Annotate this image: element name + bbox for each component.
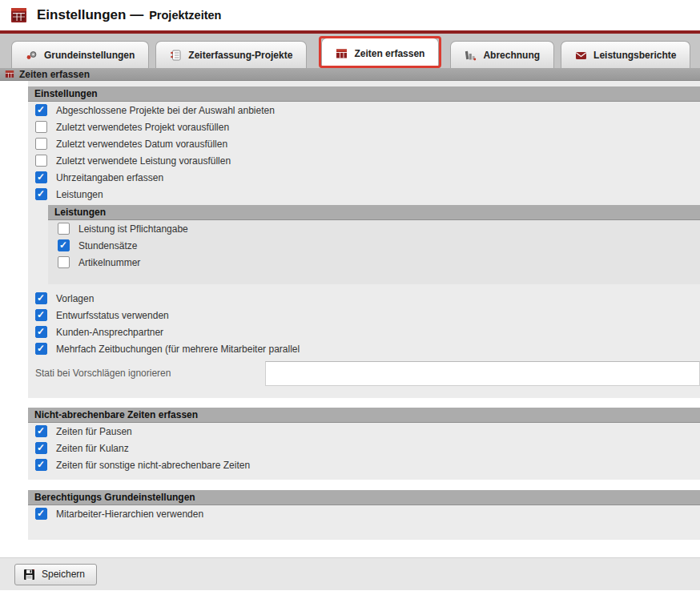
page-title: Einstellungen — — [37, 7, 143, 23]
tab-label: Leistungsberichte — [593, 50, 676, 61]
checkbox-row: Zeiten für sonstige nicht-abrechenbare Z… — [28, 456, 700, 473]
gears-icon — [26, 50, 38, 61]
checkbox-uhrzeitangaben[interactable] — [35, 171, 47, 183]
checkbox-row: Uhrzeitangaben erfassen — [28, 169, 700, 186]
checkbox-row: Leistungen — [28, 186, 700, 203]
checkbox-zuletzt-leistung[interactable] — [35, 155, 47, 167]
checkbox-label: Zeiten für sonstige nicht-abrechenbare Z… — [56, 460, 250, 471]
document-icon — [170, 50, 182, 61]
spacer — [0, 540, 700, 557]
checkbox-mehrfach-zeitbuchungen[interactable] — [35, 343, 47, 355]
checkbox-zeiten-sonstige[interactable] — [35, 459, 47, 471]
tab-label: Zeiterfassung-Projekte — [188, 50, 292, 61]
tab-zeiten-erfassen[interactable]: Zeiten erfassen — [321, 38, 439, 68]
checkbox-row: Entwurfsstatus verwenden — [28, 307, 700, 324]
checkbox-zuletzt-datum[interactable] — [35, 138, 47, 150]
tab-leistungsberichte[interactable]: Leistungsberichte — [561, 41, 690, 68]
save-button-label: Speichern — [42, 569, 85, 580]
checkbox-artikelnummer[interactable] — [58, 256, 70, 268]
checkbox-zeiten-pausen[interactable] — [35, 425, 47, 437]
checkbox-leistungen[interactable] — [35, 188, 47, 200]
checkbox-label: Kunden-Ansprechpartner — [56, 327, 163, 338]
checkbox-abgeschlossene-projekte[interactable] — [35, 104, 47, 116]
checkbox-vorlagen[interactable] — [35, 292, 47, 304]
subsection-header: Leistungen — [48, 205, 700, 220]
checkbox-row: Kunden-Ansprechpartner — [28, 324, 700, 340]
section-header: Berechtigungs Grundeinstellungen — [28, 490, 700, 505]
tab-grundeinstellungen[interactable]: Grundeinstellungen — [11, 41, 149, 68]
checkbox-entwurfsstatus[interactable] — [35, 309, 47, 321]
checkbox-label: Vorlagen — [56, 293, 94, 304]
title-bar: Einstellungen — Projektzeiten — [0, 0, 700, 30]
stati-input[interactable] — [265, 361, 700, 386]
section-berechtigungen: Berechtigungs Grundeinstellungen Mitarbe… — [28, 490, 700, 540]
checkbox-mitarbeiter-hierarchien[interactable] — [35, 508, 47, 520]
checkbox-label: Zuletzt verwendetes Datum vorausfüllen — [56, 139, 227, 150]
timesheet-app-icon — [10, 7, 27, 23]
page-subtitle: Projektzeiten — [149, 9, 221, 22]
checkbox-label: Artikelnummer — [78, 257, 140, 268]
checkbox-label: Stundensätze — [78, 240, 137, 251]
checkbox-label: Zuletzt verwendete Leistung vorausfüllen — [56, 155, 231, 167]
checkbox-zuletzt-projekt[interactable] — [35, 121, 47, 133]
tab-label: Zeiten erfassen — [354, 48, 424, 59]
checkbox-row: Zuletzt verwendete Leistung vorausfüllen — [28, 152, 700, 169]
checkbox-kunden-ansprechpartner[interactable] — [35, 326, 47, 338]
checkbox-row: Artikelnummer — [48, 254, 700, 271]
tab-strip: Grundeinstellungen Zeiterfassung-Projekt… — [0, 34, 700, 68]
tab-label: Abrechnung — [483, 50, 540, 61]
section-header: Einstellungen — [28, 86, 700, 102]
checkbox-label: Uhrzeitangaben erfassen — [56, 172, 163, 183]
additional-settings: Vorlagen Entwurfsstatus verwenden Kunden… — [28, 290, 700, 357]
checkbox-row: Mitarbeiter-Hierarchien verwenden — [28, 505, 700, 522]
checkbox-zeiten-kulanz[interactable] — [35, 442, 47, 454]
footer-bar: Speichern — [0, 557, 700, 590]
checkbox-row: Zuletzt verwendetes Datum vorausfüllen — [28, 135, 700, 152]
panel-gap — [0, 398, 700, 408]
checkbox-row: Mehrfach Zeitbuchungen (für mehrere Mita… — [28, 340, 700, 357]
checkbox-label: Mehrfach Zeitbuchungen (für mehrere Mita… — [56, 344, 300, 355]
checkbox-label: Zeiten für Pausen — [56, 426, 132, 437]
tab-label: Grundeinstellungen — [44, 50, 135, 61]
floppy-disk-icon — [23, 569, 35, 581]
breadcrumb: Zeiten erfassen — [0, 68, 700, 81]
save-button[interactable]: Speichern — [14, 564, 97, 585]
checkbox-stundensaetze[interactable] — [58, 239, 70, 251]
checkbox-label: Zeiten für Kulanz — [56, 443, 129, 454]
tab-abrechnung[interactable]: Abrechnung — [450, 41, 554, 68]
checkbox-label: Zuletzt verwendetes Projekt vorausfüllen — [56, 122, 229, 133]
checkbox-row: Stundensätze — [48, 237, 700, 254]
checkbox-label: Mitarbeiter-Hierarchien verwenden — [56, 509, 203, 520]
checkbox-label: Entwurfsstatus verwenden — [56, 310, 169, 321]
breadcrumb-label: Zeiten erfassen — [19, 69, 90, 80]
checkbox-label: Leistungen — [56, 189, 103, 200]
checkbox-row: Leistung ist Pflichtangabe — [48, 220, 700, 237]
timesheet-icon — [336, 48, 348, 59]
checkbox-row: Zuletzt verwendetes Projekt vorausfüllen — [28, 119, 700, 135]
checkbox-label: Abgeschlossene Projekte bei der Auswahl … — [56, 105, 275, 116]
chart-icon — [465, 50, 477, 61]
stati-label: Stati bei Vorschlägen ignorieren — [35, 361, 265, 379]
checkbox-row: Vorlagen — [28, 290, 700, 307]
section-header: Nicht-abrechenbare Zeiten erfassen — [28, 408, 700, 423]
checkbox-pflichtangabe[interactable] — [58, 223, 70, 235]
checkbox-row: Zeiten für Kulanz — [28, 440, 700, 456]
section-nicht-abrechenbare: Nicht-abrechenbare Zeiten erfassen Zeite… — [28, 408, 700, 480]
checkbox-label: Leistung ist Pflichtangabe — [78, 223, 188, 235]
checkbox-row: Zeiten für Pausen — [28, 423, 700, 440]
envelope-icon — [575, 50, 587, 61]
subsection-leistungen: Leistungen Leistung ist Pflichtangabe St… — [48, 205, 700, 284]
timesheet-icon — [5, 70, 14, 78]
tab-zeiterfassung-projekte[interactable]: Zeiterfassung-Projekte — [155, 41, 307, 68]
panel-gap — [0, 480, 700, 490]
stati-field-row: Stati bei Vorschlägen ignorieren — [28, 361, 700, 386]
section-einstellungen: Einstellungen Abgeschlossene Projekte be… — [28, 81, 700, 398]
checkbox-row: Abgeschlossene Projekte bei der Auswahl … — [28, 102, 700, 119]
